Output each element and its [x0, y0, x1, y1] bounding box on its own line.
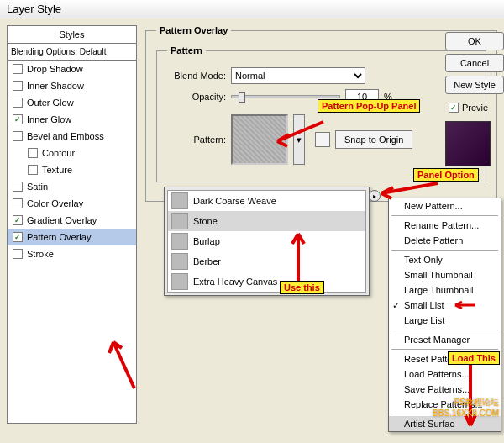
style-label: Pattern Overlay [27, 232, 91, 242]
menu-item-label: Save Patterns... [404, 384, 470, 394]
menu-item-label: Preset Manager [404, 335, 470, 345]
section-title: Pattern Overlay [156, 25, 231, 35]
style-item-satin[interactable]: Satin [8, 178, 136, 195]
pattern-item-label: Berber [193, 256, 221, 266]
style-item-contour[interactable]: Contour [8, 145, 136, 161]
checkbox-icon[interactable] [28, 165, 38, 175]
menu-item-label: Load Patterns... [404, 369, 470, 379]
arrow-icon [101, 330, 143, 390]
style-label: Inner Shadow [27, 81, 84, 91]
pattern-item[interactable]: Berber [168, 251, 365, 272]
style-item-color-overlay[interactable]: Color Overlay [8, 195, 136, 212]
pattern-item[interactable]: Dark Coarse Weave [168, 191, 365, 211]
pattern-thumb-icon [171, 192, 188, 209]
style-label: Inner Glow [27, 114, 71, 124]
menu-item-label: Large List [404, 315, 444, 325]
menu-item-preset-manager[interactable]: Preset Manager [389, 332, 501, 347]
checkbox-icon[interactable] [13, 249, 23, 259]
opacity-slider[interactable] [231, 95, 340, 98]
watermark: PS教程论坛 BBS.16XX8.COM [433, 397, 499, 418]
checkbox-icon[interactable] [13, 182, 23, 192]
menu-item-label: Small List [404, 300, 444, 310]
style-item-inner-glow[interactable]: ✓Inner Glow [8, 111, 136, 128]
style-label: Satin [27, 182, 48, 192]
style-item-pattern-overlay[interactable]: ✓Pattern Overlay [8, 229, 136, 245]
arrow-icon [286, 227, 311, 287]
menu-item-save-patterns-[interactable]: Save Patterns... [389, 382, 501, 397]
pattern-item-label: Dark Coarse Weave [193, 196, 276, 206]
annotation-use-this: Use this [280, 281, 324, 294]
menu-item-label: Delete Pattern [404, 235, 463, 245]
preview-checkbox[interactable]: ✓Previe [445, 103, 504, 113]
menu-item-new-pattern-[interactable]: New Pattern... [389, 198, 501, 214]
style-label: Texture [42, 165, 72, 175]
style-item-texture[interactable]: Texture [8, 161, 136, 178]
menu-item-text-only[interactable]: Text Only [389, 252, 501, 267]
style-label: Bevel and Emboss [27, 131, 104, 141]
checkbox-icon[interactable]: ✓ [13, 114, 23, 124]
checkbox-icon[interactable] [28, 148, 38, 158]
style-item-outer-glow[interactable]: Outer Glow [8, 94, 136, 111]
blending-options-header[interactable]: Blending Options: Default [8, 44, 136, 61]
menu-item-large-list[interactable]: Large List [389, 313, 501, 328]
pattern-list[interactable]: Dark Coarse WeaveStoneBurlapBerberExtra … [167, 190, 366, 293]
style-item-drop-shadow[interactable]: Drop Shadow [8, 61, 136, 77]
snap-to-origin-button[interactable]: Snap to Origin [335, 130, 412, 149]
ok-button[interactable]: OK [445, 32, 504, 50]
menu-item-small-thumbnail[interactable]: Small Thumbnail [389, 267, 501, 282]
cancel-button[interactable]: Cancel [445, 54, 504, 72]
pattern-popup-panel: Dark Coarse WeaveStoneBurlapBerberExtra … [164, 187, 370, 296]
menu-item-label: Text Only [404, 255, 443, 265]
menu-item-label: Large Thumbnail [404, 285, 473, 295]
arrow-icon [375, 182, 442, 200]
style-label: Contour [42, 148, 75, 158]
checkbox-icon[interactable] [13, 198, 23, 208]
pattern-label: Pattern: [167, 134, 226, 145]
menu-item-artist-surfac[interactable]: Artist Surfac [389, 416, 501, 431]
style-label: Stroke [27, 249, 54, 259]
menu-item-load-patterns-[interactable]: Load Patterns... [389, 367, 501, 382]
pattern-item[interactable]: Extra Heavy Canvas [168, 272, 365, 292]
style-label: Gradient Overlay [27, 215, 97, 225]
menu-item-large-thumbnail[interactable]: Large Thumbnail [389, 282, 501, 298]
style-item-bevel-and-emboss[interactable]: Bevel and Emboss [8, 128, 136, 145]
styles-header[interactable]: Styles [8, 26, 136, 44]
pattern-item[interactable]: Stone [168, 211, 365, 231]
pattern-item-label: Stone [193, 216, 218, 226]
menu-item-label: Artist Surfac [404, 419, 454, 429]
arrow-icon [452, 301, 477, 311]
blend-mode-label: Blend Mode: [167, 71, 226, 81]
menu-item-rename-pattern-[interactable]: Rename Pattern... [389, 218, 501, 233]
checkbox-icon[interactable]: ✓ [13, 232, 23, 242]
menu-item-label: Small Thumbnail [404, 270, 473, 280]
dialog-buttons: OK Cancel New Style ✓Previe [445, 32, 504, 166]
annotation-popup: Pattern Pop-Up Panel [318, 99, 420, 113]
pattern-item-label: Extra Heavy Canvas [193, 277, 277, 287]
pattern-item[interactable]: Coarse Weave [168, 292, 365, 293]
checkbox-icon[interactable] [13, 131, 23, 141]
blend-mode-select[interactable]: Normal [231, 67, 365, 84]
pattern-thumb-icon [171, 253, 188, 270]
checkbox-icon[interactable] [13, 81, 23, 91]
arrow-icon [269, 118, 328, 153]
sub-title: Pattern [167, 45, 206, 55]
new-style-button[interactable]: New Style [445, 76, 504, 94]
checkbox-icon[interactable] [13, 64, 23, 74]
pattern-item-label: Burlap [193, 236, 220, 246]
style-label: Drop Shadow [27, 64, 83, 74]
checkbox-icon[interactable]: ✓ [13, 215, 23, 225]
style-label: Outer Glow [27, 98, 74, 108]
menu-item-delete-pattern[interactable]: Delete Pattern [389, 233, 501, 248]
menu-separator [391, 215, 498, 216]
annotation-load-this: Load This [448, 351, 500, 365]
pattern-item[interactable]: Burlap [168, 231, 365, 251]
style-item-stroke[interactable]: Stroke [8, 245, 136, 262]
style-label: Color Overlay [27, 198, 83, 208]
opacity-label: Opacity: [167, 92, 226, 102]
pattern-group: Pattern Blend Mode: Normal Opacity: % Pa… [156, 45, 486, 182]
menu-item-label: Rename Pattern... [404, 220, 479, 230]
menu-item-small-list[interactable]: ✓Small List [389, 298, 501, 313]
style-item-inner-shadow[interactable]: Inner Shadow [8, 77, 136, 94]
checkbox-icon[interactable] [13, 98, 23, 108]
style-item-gradient-overlay[interactable]: ✓Gradient Overlay [8, 212, 136, 229]
